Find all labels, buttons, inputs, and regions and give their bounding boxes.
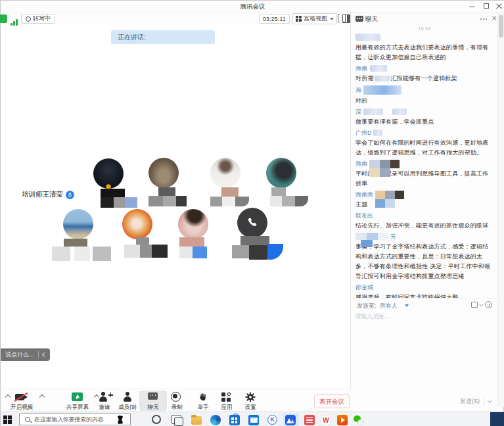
red-document-app-icon[interactable] <box>304 415 315 425</box>
meeting-top-bar: 转写中 03:25:11 宫格视图 <box>1 12 350 26</box>
edge-browser-icon[interactable] <box>210 415 221 425</box>
task-view-button[interactable] <box>172 415 181 424</box>
windows-taskbar: K W <box>1 412 504 426</box>
send-button-group: 发送(S) <box>460 397 492 406</box>
windows-start-button[interactable] <box>3 415 12 424</box>
minimize-icon <box>469 7 475 7</box>
emoji-icon[interactable] <box>485 301 492 308</box>
search-icon <box>25 417 30 422</box>
chat-message-list[interactable]: 16:53 用最有效的方式去表达我们要表达的事情，有理有据，让听众更加信服自己所… <box>355 24 493 314</box>
censored-image-mosaic <box>375 191 404 208</box>
send-options-icon[interactable] <box>488 398 492 403</box>
censored-name-blur <box>363 108 383 115</box>
censored-name-blur <box>370 65 387 72</box>
car-avatar <box>63 209 93 239</box>
tencent-meeting-app-icon[interactable] <box>285 415 296 425</box>
chevron-down-icon <box>330 18 334 20</box>
penguin-avatar <box>149 158 179 188</box>
speaking-banner: 正在讲话: <box>111 30 215 44</box>
censored-name-blur <box>363 85 401 95</box>
screenshot-icon[interactable] <box>471 302 478 308</box>
view-mode-label: 宫格视图 <box>304 14 327 23</box>
more-options-button[interactable] <box>480 18 487 20</box>
chat-sender-name: 芳 <box>355 233 493 241</box>
close-button[interactable] <box>494 2 504 11</box>
mourning-ribbon-icon <box>116 415 124 424</box>
censored-name-blur <box>373 130 382 136</box>
minimize-button[interactable] <box>467 2 478 11</box>
send-to-label: 发送至: <box>357 302 377 310</box>
k-app-icon[interactable]: K <box>267 415 277 425</box>
chat-sender-name: 海南 <box>355 64 493 72</box>
chat-timestamp: 16:53 <box>355 26 493 32</box>
close-icon <box>491 15 497 21</box>
chat-message: 学会了如何在有限的时间进行有效沟通，更好地表达，锻炼到了逻辑思维，对工作有很大的… <box>355 138 493 158</box>
censored-name-blur <box>355 34 380 41</box>
phone-call-avatar <box>237 208 267 238</box>
mail-app-icon[interactable] <box>248 415 259 425</box>
trainer-name-label: 培训师王清莹 <box>22 190 74 199</box>
leave-meeting-button[interactable]: 离开会议 <box>314 394 350 408</box>
toggle-video-button[interactable]: 开启视频 <box>7 392 36 412</box>
title-bar: 腾讯会议 <box>1 1 504 12</box>
censored-image-mosaic <box>369 160 400 177</box>
camera-off-icon <box>7 392 36 403</box>
censored-name-blur <box>392 108 407 115</box>
video-options-chevron[interactable] <box>39 394 45 400</box>
video-stage: 正在讲话: 培训师王清莹 <box>1 26 350 389</box>
view-mode-dropdown[interactable]: 宫格视图 <box>292 13 337 24</box>
chat-message: 对所需汇报能够有一个逻辑框架 <box>355 74 493 83</box>
maximize-button[interactable] <box>482 2 492 11</box>
meeting-toolbar: 开启视频 共享屏幕 邀请 成员(9) 聊天 录制 <box>1 389 351 412</box>
cortana-button[interactable] <box>152 415 161 424</box>
taskbar-corner-app[interactable] <box>490 412 504 426</box>
file-explorer-icon[interactable] <box>191 416 202 425</box>
scrollbar-thumb[interactable] <box>499 15 503 37</box>
chat-bubble-icon <box>355 16 363 22</box>
transcribing-label: 转写中 <box>33 14 51 23</box>
chat-sender-name: 联友出 <box>355 212 493 220</box>
transcribing-button[interactable]: 转写中 <box>21 14 55 24</box>
taskbar-search[interactable] <box>19 414 131 425</box>
share-screen-button[interactable]: 共享屏幕 <box>63 392 92 412</box>
portrait-avatar <box>178 209 208 239</box>
chat-sender-name: 海南 <box>355 160 493 168</box>
meeting-timer: 03:25:11 <box>259 14 290 24</box>
audio-badge-icon <box>66 191 74 199</box>
illustrated-portrait-avatar <box>266 158 296 188</box>
members-button[interactable]: 成员(9) <box>113 392 142 412</box>
chat-sender-name: 深 <box>355 108 493 116</box>
chat-sender-name: 海 <box>355 85 493 95</box>
close-icon <box>494 2 504 11</box>
chat-scrollbar[interactable] <box>497 12 504 407</box>
record-button[interactable]: 录制 <box>162 392 191 412</box>
presentation-app-icon[interactable] <box>337 415 348 425</box>
window-title: 腾讯会议 <box>1 3 504 11</box>
chat-sender-name <box>355 34 493 41</box>
grid-view-icon <box>296 16 302 22</box>
send-to-row: 发送至: 所有人 <box>351 298 497 311</box>
chat-input[interactable] <box>355 312 490 385</box>
maximize-icon <box>484 3 489 9</box>
phone-icon <box>246 216 259 229</box>
chevron-down-icon[interactable] <box>479 302 484 306</box>
wps-office-icon[interactable]: W <box>321 415 331 425</box>
microsoft-store-icon[interactable] <box>229 415 240 425</box>
network-security-icon <box>0 14 7 23</box>
collapse-icon <box>41 352 46 357</box>
send-to-dropdown[interactable]: 所有人 <box>380 302 398 310</box>
chat-message: 做事要有理有据，学会抓重点 <box>355 117 493 127</box>
caption-bubble[interactable]: 说点什么... <box>1 348 50 361</box>
send-button[interactable]: 发送(S) <box>460 397 480 406</box>
settings-button[interactable]: 设置 <box>236 392 265 412</box>
chat-message: 用最有效的方式去表达我们要表达的事情，有理有据，让听众更加信服自己所表述的 <box>355 43 493 62</box>
toggle-panel-button[interactable] <box>342 14 350 23</box>
chat-sender-name: 海南海 <box>355 191 493 199</box>
chat-sender-name: 邵金城 <box>355 283 493 291</box>
share-screen-icon <box>63 392 92 403</box>
chat-message: 事实，学习了金字塔结构表达方式，感受：逻辑结构和表达方式的重要性，反思：日常想表… <box>355 242 493 281</box>
chat-message: 结论先行、加强冲突，能更有效的抓住观众的眼球 <box>355 221 493 231</box>
wechat-icon[interactable] <box>354 415 364 425</box>
chat-header: 聊天 <box>351 12 497 26</box>
search-input[interactable] <box>34 416 112 423</box>
